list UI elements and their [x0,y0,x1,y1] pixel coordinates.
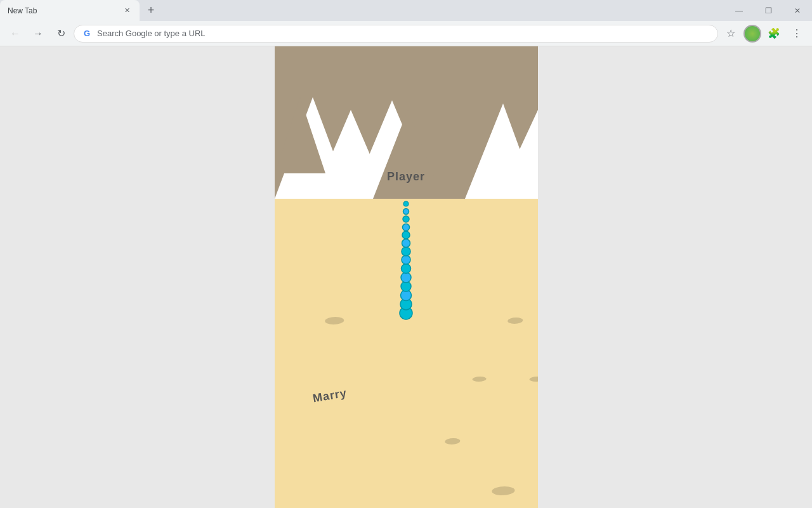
refresh-button[interactable]: ↻ [51,23,71,44]
red-char1-shadow [506,318,523,324]
maximize-button[interactable]: ❐ [754,0,783,21]
player-body-7 [402,247,410,256]
forward-button[interactable]: → [28,23,48,44]
red-marry-shadow [443,438,461,444]
yellow-char1-shadow [528,377,537,382]
player-body-6 [402,255,410,264]
player-body-10 [402,224,409,231]
window-controls: — ❐ ✕ [724,0,812,21]
active-tab[interactable]: New Tab ✕ [0,0,140,21]
tab-close-button[interactable]: ✕ [122,6,132,16]
player-shadow [324,317,344,324]
player-body-5 [401,264,410,274]
tab-title: New Tab [8,6,117,15]
green-marry-shadow [490,486,516,495]
nav-bar: ← → ↻ G Search Google or type a URL ☆ 🧩 … [0,21,812,46]
player-body-9 [402,231,410,239]
menu-button[interactable]: ⋮ [787,23,807,44]
address-text: Search Google or type a URL [97,29,206,38]
player-label: Player [387,170,425,184]
google-icon: G [82,29,92,39]
title-bar: New Tab ✕ + — ❐ ✕ [0,0,812,21]
lime-char1-shadow [471,377,487,382]
bookmark-button[interactable]: ☆ [721,23,741,44]
game-container: Player Marry [275,46,538,508]
close-button[interactable]: ✕ [783,0,812,21]
profile-avatar[interactable] [743,25,761,43]
player-body-4 [401,272,411,283]
new-tab-button[interactable]: + [142,2,160,20]
address-bar[interactable]: G Search Google or type a URL [74,25,718,43]
minimize-button[interactable]: — [724,0,754,21]
browser-window: New Tab ✕ + — ❐ ✕ ← → ↻ G Search Google … [0,0,812,508]
player-body-12 [403,209,409,215]
player-body-13 [403,201,409,206]
player-body-8 [402,239,410,248]
content-area: Player Marry [0,46,812,508]
extensions-button[interactable]: 🧩 [764,23,784,44]
nav-right-icons: ☆ 🧩 ⋮ [721,23,807,44]
player-body-11 [403,216,409,222]
back-button[interactable]: ← [5,23,25,44]
game-canvas [275,46,538,508]
